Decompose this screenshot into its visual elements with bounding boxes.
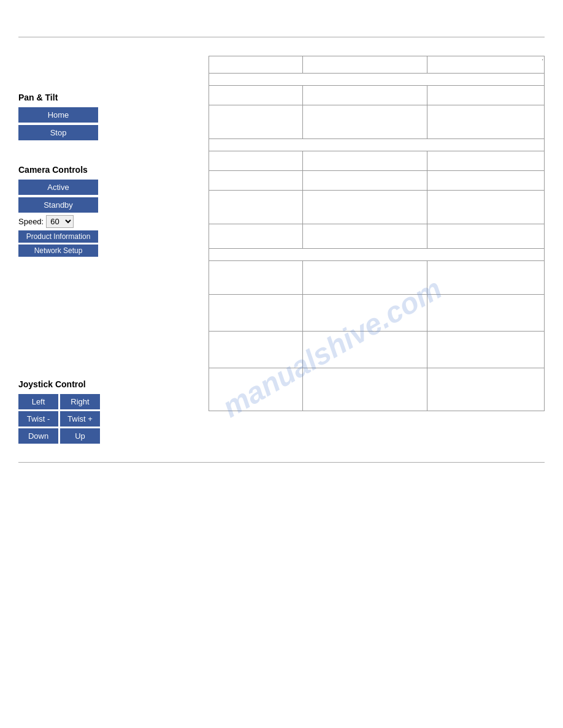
content-area: Pan & Tilt Home Stop Camera Controls Act…	[18, 50, 545, 444]
table-cell	[209, 105, 303, 139]
table-cell	[303, 86, 427, 105]
table-row	[209, 249, 545, 261]
table-cell	[303, 191, 427, 224]
table-row	[209, 295, 545, 332]
table-cell	[303, 151, 427, 171]
table-cell	[209, 171, 303, 191]
table-cell	[427, 261, 544, 295]
speed-row: Speed: 60 30 45 90	[18, 215, 196, 228]
product-info-button[interactable]: Product Information	[18, 230, 98, 243]
table-cell	[303, 224, 427, 249]
joystick-title: Joystick Control	[18, 379, 196, 389]
speed-label: Speed:	[18, 217, 44, 226]
down-button[interactable]: Down	[18, 428, 58, 444]
table-row	[209, 105, 545, 139]
table-cell	[209, 74, 545, 86]
table-row	[209, 332, 545, 368]
network-setup-button[interactable]: Network Setup	[18, 245, 98, 257]
table-cell	[427, 56, 544, 74]
table-cell	[209, 332, 303, 368]
table-cell	[303, 332, 427, 368]
twist-plus-button[interactable]: Twist +	[60, 411, 100, 427]
standby-button[interactable]: Standby	[18, 197, 98, 213]
table-row	[209, 56, 545, 74]
left-button[interactable]: Left	[18, 394, 58, 409]
table-cell	[303, 56, 427, 74]
joystick-grid: Left Right Twist - Twist + Down Up	[18, 394, 196, 444]
table-cell	[209, 191, 303, 224]
joystick-section: Joystick Control Left Right Twist - Twis…	[18, 379, 196, 444]
table-cell	[209, 86, 303, 105]
table-row	[209, 368, 545, 411]
active-button[interactable]: Active	[18, 180, 98, 195]
table-cell	[303, 105, 427, 139]
left-panel: Pan & Tilt Home Stop Camera Controls Act…	[18, 50, 209, 444]
table-row	[209, 151, 545, 171]
page-dot: ·	[542, 56, 543, 63]
table-cell	[427, 368, 544, 411]
pan-tilt-title: Pan & Tilt	[18, 93, 196, 102]
table-row	[209, 139, 545, 151]
speed-select[interactable]: 60 30 45 90	[46, 215, 74, 228]
twist-minus-button[interactable]: Twist -	[18, 411, 58, 427]
table-row	[209, 86, 545, 105]
main-table	[209, 56, 545, 411]
table-cell	[427, 332, 544, 368]
page-wrapper: · Pan & Tilt Home Stop Camera Controls A…	[0, 37, 563, 728]
table-cell	[209, 368, 303, 411]
table-row	[209, 171, 545, 191]
table-cell	[209, 151, 303, 171]
stop-button[interactable]: Stop	[18, 125, 98, 140]
table-row	[209, 261, 545, 295]
table-cell	[427, 224, 544, 249]
table-cell	[209, 139, 545, 151]
camera-controls-title: Camera Controls	[18, 165, 196, 175]
table-row	[209, 74, 545, 86]
table-cell	[303, 295, 427, 332]
table-cell	[303, 261, 427, 295]
table-cell	[427, 151, 544, 171]
table-cell	[427, 295, 544, 332]
table-cell	[209, 224, 303, 249]
table-row	[209, 191, 545, 224]
table-cell	[209, 56, 303, 74]
home-button[interactable]: Home	[18, 107, 98, 123]
table-cell	[209, 261, 303, 295]
table-cell	[427, 86, 544, 105]
bottom-divider	[18, 462, 545, 463]
table-cell	[427, 191, 544, 224]
table-cell	[427, 105, 544, 139]
up-button[interactable]: Up	[60, 428, 100, 444]
table-cell	[209, 295, 303, 332]
right-button[interactable]: Right	[60, 394, 100, 409]
right-panel	[209, 50, 545, 444]
table-cell	[303, 171, 427, 191]
table-cell	[209, 249, 545, 261]
top-divider	[18, 37, 545, 37]
table-cell	[427, 171, 544, 191]
table-row	[209, 224, 545, 249]
table-cell	[303, 368, 427, 411]
